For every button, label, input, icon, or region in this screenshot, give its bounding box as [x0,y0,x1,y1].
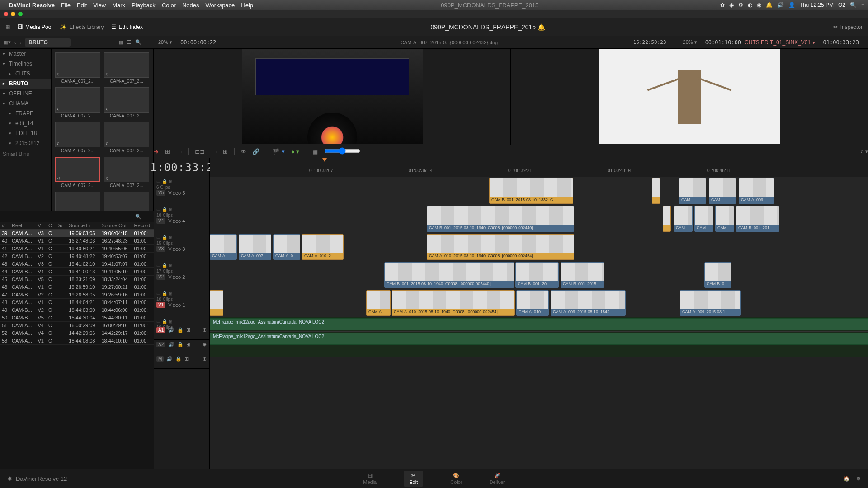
bin-name[interactable]: BRUTO [25,38,70,47]
more-icon[interactable]: ⋯ [145,214,150,220]
search-icon[interactable]: 🔍 [135,214,142,220]
timeline-clip[interactable]: CAM-A_... [210,234,237,260]
edit-index-row[interactable]: 46CAM-A...V1C19:26:59:1019:27:00:2101:00… [0,283,154,291]
menu-edit[interactable]: Edit [77,2,87,9]
timeline-clip[interactable]: CAM-A_010_2015-08-10_1940_C0008_[000000-… [427,234,574,260]
edit-index-row[interactable]: 47CAM-B...V2C19:26:58:0519:26:59:1601:00… [0,291,154,299]
timeline-ruler[interactable]: 01:00:33:0701:00:36:1401:00:39:2101:00:4… [210,158,868,177]
column-header[interactable]: Dur [54,222,67,230]
inspector-button[interactable]: ✂ Inspector [833,24,863,30]
timeline-clip[interactable]: CAM-B_001_2015-08-10_1842_C00... [561,262,604,288]
media-thumb[interactable]: CAM-A_007_2... [104,157,149,188]
edit-index-row[interactable]: 42CAM-B...V2C19:40:48:2219:40:53:0701:00… [0,253,154,260]
menu-mark[interactable]: Mark [112,2,125,9]
bin-item[interactable]: ▾Master [0,49,51,59]
timeline-clip[interactable] [663,206,671,232]
edit-index-row[interactable]: 43CAM-A...V3C19:41:02:1019:41:07:0701:00… [0,260,154,268]
column-header[interactable]: # [0,222,10,230]
link-icon[interactable]: ⚮ [241,148,246,155]
list-view-icon[interactable]: ☰ [127,39,132,45]
bin-item[interactable]: ▾edit_14 [0,118,51,128]
user-icon[interactable]: 👤 [788,2,795,8]
bin-item[interactable]: ▾FRAPE [0,108,51,118]
page-media[interactable]: 🎞Media [363,473,377,485]
bin-item[interactable]: ▸CUTS [0,69,51,79]
timeline-clip[interactable]: CAM-A_010_2... [302,234,344,260]
panel-icon[interactable]: ▦▾ [4,39,11,45]
clock[interactable]: Thu 12:25 PM [800,2,834,8]
page-deliver[interactable]: 🚀Deliver [490,473,505,485]
zoom-slider[interactable] [324,147,360,155]
column-header[interactable]: V [36,222,46,230]
bin-item[interactable]: ▾OFFLINE [0,89,51,99]
status-icon[interactable]: ⚙ [738,2,743,8]
status-icon[interactable]: ◐ [748,2,752,8]
gear-icon[interactable]: ⚙ [856,476,861,482]
more-icon[interactable]: ⋯ [666,39,679,45]
bin-item[interactable]: ▾Timelines [0,59,51,69]
audio-track-header[interactable]: A2🔊🔒⊞⊕ [154,340,209,354]
program-viewer[interactable] [511,49,868,145]
menu-playback[interactable]: Playback [132,2,156,9]
timeline-clip[interactable]: CAM-A_009_2015-08-1... [680,290,741,316]
menu-color[interactable]: Color [162,2,176,9]
grid-view-icon[interactable]: ▦ [119,39,123,45]
page-color[interactable]: 🎨Color [450,473,462,485]
edit-index-row[interactable]: 40CAM-A...V1C16:27:48:0316:27:48:2301:00… [0,237,154,245]
column-header[interactable]: Source Out [99,222,132,230]
overwrite-icon[interactable]: ▭ [211,148,217,155]
menu-file[interactable]: File [61,2,71,9]
timeline-clip[interactable]: CAM-B_001_2015-08-10_1940_C0008_[000000-… [384,262,514,288]
timeline-clip[interactable]: CAM-... [709,178,736,204]
timeline-clip[interactable]: CAM-A... [366,290,391,316]
maximize-button[interactable] [18,12,23,16]
nav-back[interactable]: ‹ [14,40,16,45]
track-header[interactable]: ▭ 🔒 ⊞18 ClipsV4Video 4 [154,205,209,233]
zoom-left[interactable]: 20% ▾ [154,39,177,45]
edit-index-row[interactable]: 39CAM-A...V3C19:06:03:0519:06:04:1501:00… [0,230,154,237]
timeline-clip[interactable]: CAM-B_001_201... [736,206,779,232]
media-thumb[interactable]: CAM-A_007_2... [55,52,100,84]
bin-item[interactable]: ▾EDIT_18 [0,128,51,138]
edit-index-row[interactable]: 44CAM-B...V4C19:41:00:1319:41:05:1001:00… [0,268,154,276]
menu-help[interactable]: Help [241,2,253,9]
audio-track-header[interactable]: A1🔊🔒⊞⊕ [154,325,209,340]
layout-icon[interactable]: ▦ [5,24,10,30]
effects-library-button[interactable]: ✨ Effects Library [60,24,104,30]
timeline-clip[interactable]: CAM-B_0... [704,262,731,288]
timeline-clip[interactable]: CAM-A_007_... [239,234,271,260]
media-thumb[interactable]: CAM-A_007_2... [104,52,149,84]
track-header[interactable]: ▭ 🔒 ⊞17 ClipsV2Video 2 [154,261,209,289]
insert-icon[interactable]: ⊏⊐ [195,148,205,155]
playhead[interactable] [325,158,325,469]
flag-green-icon[interactable]: ● ▾ [291,148,299,155]
edit-index-row[interactable]: 50CAM-B...V5C15:44:30:0415:44:30:1101:00… [0,314,154,322]
timeline-clip[interactable]: CAM-B_001_2015-08-10_1832_C... [489,178,573,204]
column-header[interactable]: Source In [67,222,99,230]
timeline-clip[interactable]: CAM-... [694,206,713,232]
audio-track-header[interactable]: M🔊🔒⊞⊕ [154,354,209,369]
media-thumb[interactable]: CAM-A_007_2... [104,87,149,118]
timeline-clip[interactable] [652,178,660,204]
menu-icon[interactable]: ≡ [861,2,864,8]
selection-tool-icon[interactable]: ➜ [154,148,159,155]
timeline-clip[interactable]: CAM-... [715,206,734,232]
column-header[interactable]: Reel [10,222,36,230]
timeline-clip[interactable]: CAM-... [674,206,693,232]
audio-clip[interactable]: McFrappe_mix12ago_AssinaturaCantada_NOVA… [210,333,868,345]
zoom-right[interactable]: 20% ▾ [679,39,702,45]
battery-label[interactable]: O2 [838,2,845,8]
status-icon[interactable]: ✿ [720,2,725,8]
minimize-button[interactable] [11,12,15,16]
search-icon[interactable]: 🔍 [135,39,142,45]
timeline-tracks[interactable]: 01:00:33:0701:00:36:1401:00:39:2101:00:4… [210,158,868,469]
timeline-clip[interactable]: CAM-A_0... [273,234,300,260]
page-edit[interactable]: ✂Edit [404,471,423,487]
media-thumb[interactable]: CAM-A_007_2... [104,122,149,153]
edit-index-row[interactable]: 53CAM-A...V1C18:44:08:0818:44:10:1001:00… [0,337,154,345]
edit-index-row[interactable]: 45CAM-B...V5C18:33:21:0918:33:24:0401:00… [0,276,154,283]
timeline-clip[interactable]: CAM-A_010_2015-08-10_1940_C0008_[000000-… [392,290,515,316]
trim-tool-icon[interactable]: ⊞ [165,148,170,155]
media-thumb[interactable]: CAM-A_007_2... [55,122,100,153]
flag-blue-icon[interactable]: 🏴 ▾ [273,148,285,155]
